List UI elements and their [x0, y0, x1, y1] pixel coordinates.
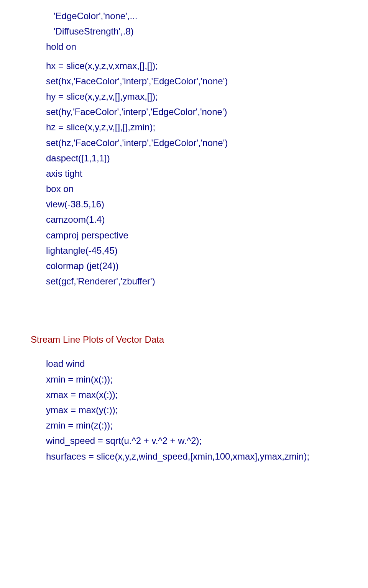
code-block-2: load wind xmin = min(x(:)); xmax = max(x…	[31, 356, 353, 463]
code-line: hsurfaces = slice(x,y,z,wind_speed,[xmin…	[46, 449, 353, 463]
code-line: camzoom(1.4)	[46, 212, 353, 227]
code-line: 'DiffuseStrength',.8)	[46, 24, 353, 38]
code-line: hx = slice(x,y,z,v,xmax,[],[]);	[46, 59, 353, 73]
code-line: set(hz,'FaceColor','interp','EdgeColor',…	[46, 136, 353, 150]
code-line: daspect([1,1,1])	[46, 151, 353, 165]
document-page: 'EdgeColor','none',... 'DiffuseStrength'…	[0, 0, 368, 480]
code-block-1: 'EdgeColor','none',... 'DiffuseStrength'…	[31, 9, 353, 288]
code-line: xmin = min(x(:));	[46, 372, 353, 386]
code-line: zmin = min(z(:));	[46, 418, 353, 432]
code-line: hold on	[46, 39, 353, 54]
code-line: view(-38.5,16)	[46, 197, 353, 211]
code-line: set(gcf,'Renderer','zbuffer')	[46, 274, 353, 288]
code-line: wind_speed = sqrt(u.^2 + v.^2 + w.^2);	[46, 434, 353, 448]
code-line: camproj perspective	[46, 228, 353, 242]
code-line: 'EdgeColor','none',...	[46, 9, 353, 23]
code-line: ymax = max(y(:));	[46, 403, 353, 417]
code-line: lightangle(-45,45)	[46, 243, 353, 258]
code-line: colormap (jet(24))	[46, 259, 353, 273]
code-line: xmax = max(x(:));	[46, 388, 353, 402]
code-line: set(hx,'FaceColor','interp','EdgeColor',…	[46, 74, 353, 88]
code-line: axis tight	[46, 166, 353, 181]
code-line: load wind	[46, 356, 353, 371]
code-line: hz = slice(x,y,z,v,[],[],zmin);	[46, 120, 353, 134]
code-line: hy = slice(x,y,z,v,[],ymax,[]);	[46, 89, 353, 103]
code-line: box on	[46, 182, 353, 196]
section-heading: Stream Line Plots of Vector Data	[31, 334, 353, 345]
code-line: set(hy,'FaceColor','interp','EdgeColor',…	[46, 105, 353, 119]
